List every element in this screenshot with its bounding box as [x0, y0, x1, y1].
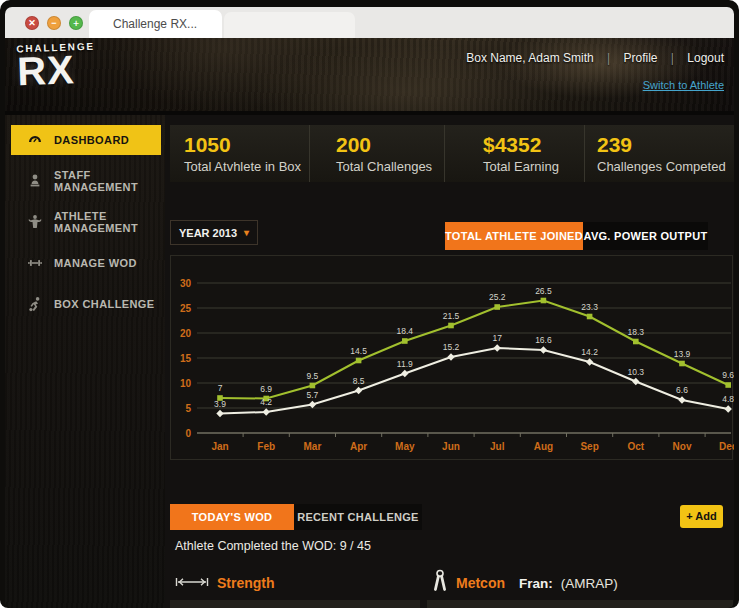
svg-text:Oct: Oct	[627, 441, 644, 452]
exercise-icon	[27, 296, 43, 312]
add-button[interactable]: + Add	[680, 505, 723, 528]
chevron-down-icon: ▾	[244, 227, 249, 238]
main-content: 1050Total Atvhlete in Box200Total Challe…	[165, 115, 734, 608]
svg-text:18.3: 18.3	[628, 327, 645, 337]
svg-text:6.6: 6.6	[676, 385, 688, 395]
svg-text:10: 10	[180, 378, 192, 389]
sidebar: DASHBOARDSTAFF MANAGEMENTATHLETE MANAGEM…	[5, 115, 165, 608]
hand-gripper-icon	[432, 569, 448, 597]
profile-link[interactable]: Profile	[623, 51, 657, 65]
svg-text:15.2: 15.2	[443, 342, 460, 352]
year-dropdown-value: YEAR 2013	[179, 227, 237, 239]
wod-strength-item: Strength	[175, 570, 275, 596]
stat-cell: 1050Total Atvhlete in Box	[170, 125, 310, 182]
sidebar-item-label: BOX CHALLENGE	[54, 298, 155, 310]
tab-avg-power-output[interactable]: AVG. POWER OUTPUT	[583, 222, 708, 250]
sidebar-item-box-challenge[interactable]: BOX CHALLENGE	[5, 289, 165, 319]
stat-cell: $4352Total Earning	[445, 125, 585, 182]
year-dropdown[interactable]: YEAR 2013 ▾	[170, 220, 258, 245]
wod-category-label: Metcon	[456, 575, 505, 591]
sidebar-item-athlete-management[interactable]: ATHLETE MANAGEMENT	[5, 207, 165, 237]
browser-tab-empty[interactable]	[224, 12, 355, 38]
sidebar-item-label: STAFF MANAGEMENT	[54, 169, 165, 193]
barbell-icon	[27, 255, 43, 271]
stat-value: 239	[597, 133, 734, 156]
svg-text:Feb: Feb	[257, 441, 275, 452]
svg-text:16.6: 16.6	[535, 335, 552, 345]
stat-value: 200	[336, 133, 444, 156]
wod-detail-panel	[427, 600, 733, 608]
tab-total-athlete-joined[interactable]: TOTAL ATHLETE JOINED	[445, 222, 583, 250]
svg-text:23.3: 23.3	[581, 302, 598, 312]
sidebar-item-staff-management[interactable]: STAFF MANAGEMENT	[5, 166, 165, 196]
sidebar-item-dashboard[interactable]: DASHBOARD	[11, 125, 161, 155]
wod-completed-text: Athlete Completed the WOD: 9 / 45	[175, 539, 371, 553]
line-chart: 051015202530JanFebMarAprMayJunJulAugSepO…	[171, 256, 734, 459]
svg-text:14.2: 14.2	[581, 347, 598, 357]
browser-tab[interactable]: Challenge RX...	[89, 10, 222, 38]
stat-cell: 239Challenges Competed	[585, 125, 734, 182]
svg-text:25.2: 25.2	[489, 292, 506, 302]
logout-link[interactable]: Logout	[687, 51, 724, 65]
athlete-icon	[27, 214, 43, 230]
svg-text:9.5: 9.5	[306, 371, 318, 381]
browser-tab-title: Challenge RX...	[89, 10, 222, 31]
svg-text:6.9: 6.9	[260, 384, 272, 394]
close-window-button[interactable]: ✕	[25, 16, 39, 30]
svg-text:May: May	[395, 441, 415, 452]
app-root: CHALLENGE RX Box Name, Adam Smith | Prof…	[5, 38, 734, 608]
app-logo[interactable]: CHALLENGE RX	[16, 41, 96, 89]
stats-bar: 1050Total Atvhlete in Box200Total Challe…	[170, 125, 734, 182]
svg-text:Dec: Dec	[719, 441, 734, 452]
stat-value: 1050	[184, 133, 309, 156]
wod-metcon-item: Metcon Fran: (AMRAP)	[432, 570, 618, 596]
svg-text:5.7: 5.7	[306, 390, 318, 400]
chart-tabs: TOTAL ATHLETE JOINEDAVG. POWER OUTPUT	[445, 222, 708, 250]
divider: |	[671, 51, 674, 65]
svg-text:0: 0	[185, 428, 191, 439]
barbell-arrow-icon	[175, 574, 209, 592]
app-header: CHALLENGE RX Box Name, Adam Smith | Prof…	[5, 38, 734, 115]
chart-panel: 051015202530JanFebMarAprMayJunJulAugSepO…	[170, 255, 733, 460]
svg-text:4.2: 4.2	[260, 397, 272, 407]
svg-text:18.4: 18.4	[397, 326, 414, 336]
svg-text:3.9: 3.9	[214, 399, 226, 409]
svg-text:14.5: 14.5	[350, 346, 367, 356]
browser-window: ✕ − ＋ Challenge RX... CHALLENGE RX Box N…	[0, 0, 739, 608]
maximize-window-button[interactable]: ＋	[69, 16, 83, 30]
switch-to-athlete-link[interactable]: Switch to Athlete	[643, 79, 724, 91]
user-menu: Box Name, Adam Smith | Profile | Logout	[466, 51, 724, 65]
browser-titlebar: ✕ − ＋ Challenge RX...	[5, 7, 734, 38]
stat-value: $4352	[483, 133, 584, 156]
stat-label: Challenges Competed	[597, 159, 734, 174]
svg-text:17: 17	[492, 333, 502, 343]
wod-tabs: TODAY'S WODRECENT CHALLENGE	[170, 504, 422, 530]
staff-icon	[27, 173, 43, 189]
svg-text:Jul: Jul	[490, 441, 505, 452]
svg-text:8.5: 8.5	[353, 376, 365, 386]
svg-text:Nov: Nov	[673, 441, 692, 452]
svg-text:11.9: 11.9	[397, 359, 413, 369]
tab-todays-wod[interactable]: TODAY'S WOD	[170, 504, 294, 530]
box-name-label: Box Name,	[466, 51, 525, 65]
sidebar-item-label: DASHBOARD	[54, 134, 129, 146]
svg-text:25: 25	[180, 303, 192, 314]
svg-text:Apr: Apr	[350, 441, 367, 452]
logo-wordmark-main: RX	[17, 52, 97, 89]
sidebar-item-label: ATHLETE MANAGEMENT	[54, 210, 165, 234]
stat-label: Total Atvhlete in Box	[184, 159, 309, 174]
svg-text:Sep: Sep	[580, 441, 598, 452]
svg-text:Mar: Mar	[304, 441, 322, 452]
gauge-icon	[27, 132, 43, 148]
wod-detail-panel	[170, 600, 420, 608]
sidebar-item-label: MANAGE WOD	[54, 257, 137, 269]
tab-recent-challenge[interactable]: RECENT CHALLENGE	[294, 504, 422, 530]
user-name: Adam Smith	[528, 51, 593, 65]
svg-text:9.6: 9.6	[722, 370, 734, 380]
svg-text:Jun: Jun	[442, 441, 460, 452]
wod-category-label: Strength	[217, 575, 275, 591]
minimize-window-button[interactable]: −	[47, 16, 61, 30]
svg-text:20: 20	[180, 328, 192, 339]
svg-text:4.8: 4.8	[722, 394, 734, 404]
sidebar-item-manage-wod[interactable]: MANAGE WOD	[5, 248, 165, 278]
